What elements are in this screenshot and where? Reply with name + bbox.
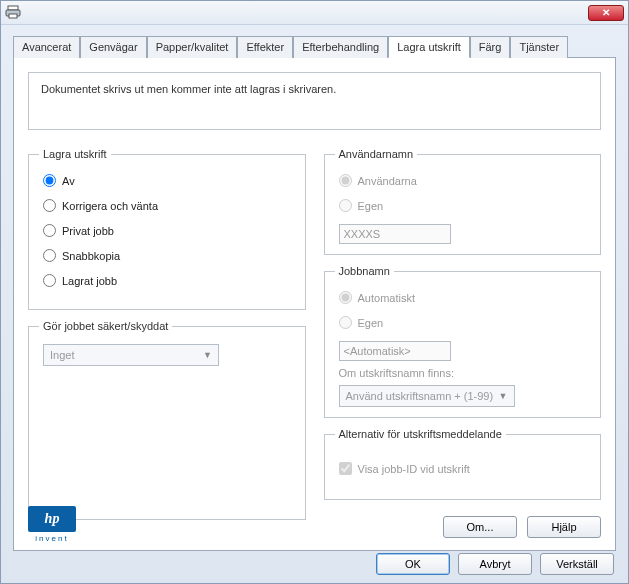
- tab-genvagar[interactable]: Genvägar: [80, 36, 146, 58]
- close-button[interactable]: ✕: [588, 5, 624, 21]
- radio-snabbkopia[interactable]: [43, 249, 56, 262]
- radio-jobname-own: [339, 316, 352, 329]
- opt-jobname-own: Egen: [339, 316, 591, 329]
- legend-alt: Alternativ för utskriftsmeddelande: [335, 428, 506, 440]
- legend-username: Användarnamn: [335, 148, 418, 160]
- apply-button[interactable]: Verkställ: [540, 553, 614, 575]
- label-username-auto: Användarna: [358, 175, 417, 187]
- label-username-own: Egen: [358, 200, 384, 212]
- group-alt: Alternativ för utskriftsmeddelande Visa …: [324, 428, 602, 500]
- radio-korrigera[interactable]: [43, 199, 56, 212]
- group-lagra-utskrift: Lagra utskrift Av Korrigera och vänta Pr…: [28, 148, 306, 310]
- titlebar: ✕: [1, 1, 628, 25]
- legend-lagra-utskrift: Lagra utskrift: [39, 148, 111, 160]
- label-snabbkopia: Snabbkopia: [62, 250, 120, 262]
- radio-jobname-auto: [339, 291, 352, 304]
- ok-button[interactable]: OK: [376, 553, 450, 575]
- message-text: Dokumentet skrivs ut men kommer inte att…: [41, 83, 336, 95]
- svg-rect-0: [8, 6, 18, 10]
- opt-username-own: Egen: [339, 199, 591, 212]
- jobname-field: [339, 341, 451, 361]
- opt-privat[interactable]: Privat jobb: [43, 224, 295, 237]
- jobname-select: Använd utskriftsnamn + (1-99) ▼: [339, 385, 515, 407]
- label-privat: Privat jobb: [62, 225, 114, 237]
- radio-username-auto: [339, 174, 352, 187]
- jobname-note: Om utskriftsnamn finns:: [339, 367, 591, 379]
- hp-logo-icon: hp: [28, 506, 76, 532]
- opt-username-auto: Användarna: [339, 174, 591, 187]
- message-box: Dokumentet skrivs ut men kommer inte att…: [28, 72, 601, 130]
- group-jobname: Jobbnamn Automatiskt Egen Om utskriftsna…: [324, 265, 602, 418]
- about-button[interactable]: Om...: [443, 516, 517, 538]
- checkbox-show-jobid: [339, 462, 352, 475]
- tab-panel: Dokumentet skrivs ut men kommer inte att…: [13, 58, 616, 551]
- label-jobname-auto: Automatiskt: [358, 292, 415, 304]
- group-secure: Gör jobbet säkert/skyddat Inget ▼: [28, 320, 306, 520]
- secure-select[interactable]: Inget ▼: [43, 344, 219, 366]
- help-button[interactable]: Hjälp: [527, 516, 601, 538]
- opt-korrigera[interactable]: Korrigera och vänta: [43, 199, 295, 212]
- hp-logo-sub: invent: [28, 534, 76, 543]
- cancel-button[interactable]: Avbryt: [458, 553, 532, 575]
- radio-lagrat[interactable]: [43, 274, 56, 287]
- check-show-jobid: Visa jobb-ID vid utskrift: [339, 462, 591, 475]
- tabs: Avancerat Genvägar Papper/kvalitet Effek…: [13, 35, 616, 58]
- jobname-select-value: Använd utskriftsnamn + (1-99): [346, 390, 494, 402]
- radio-privat[interactable]: [43, 224, 56, 237]
- tab-effekter[interactable]: Effekter: [237, 36, 293, 58]
- chevron-down-icon: ▼: [203, 350, 212, 360]
- group-username: Användarnamn Användarna Egen: [324, 148, 602, 255]
- opt-snabbkopia[interactable]: Snabbkopia: [43, 249, 295, 262]
- legend-jobname: Jobbnamn: [335, 265, 394, 277]
- tab-farg[interactable]: Färg: [470, 36, 511, 58]
- opt-jobname-auto: Automatiskt: [339, 291, 591, 304]
- radio-username-own: [339, 199, 352, 212]
- tab-avancerat[interactable]: Avancerat: [13, 36, 80, 58]
- username-field: [339, 224, 451, 244]
- tab-tjanster[interactable]: Tjänster: [510, 36, 568, 58]
- svg-rect-2: [9, 14, 17, 18]
- label-show-jobid: Visa jobb-ID vid utskrift: [358, 463, 470, 475]
- tab-lagra-utskrift[interactable]: Lagra utskrift: [388, 36, 470, 58]
- label-lagrat: Lagrat jobb: [62, 275, 117, 287]
- opt-lagrat[interactable]: Lagrat jobb: [43, 274, 295, 287]
- chevron-down-icon: ▼: [499, 391, 508, 401]
- label-korrigera: Korrigera och vänta: [62, 200, 158, 212]
- close-icon: ✕: [602, 7, 610, 18]
- label-jobname-own: Egen: [358, 317, 384, 329]
- tab-papper-kvalitet[interactable]: Papper/kvalitet: [147, 36, 238, 58]
- hp-logo: hp invent: [28, 506, 76, 540]
- tab-efterbehandling[interactable]: Efterbehandling: [293, 36, 388, 58]
- secure-select-value: Inget: [50, 349, 74, 361]
- printer-icon: [5, 4, 21, 22]
- opt-av[interactable]: Av: [43, 174, 295, 187]
- label-av: Av: [62, 175, 75, 187]
- radio-av[interactable]: [43, 174, 56, 187]
- legend-secure: Gör jobbet säkert/skyddat: [39, 320, 172, 332]
